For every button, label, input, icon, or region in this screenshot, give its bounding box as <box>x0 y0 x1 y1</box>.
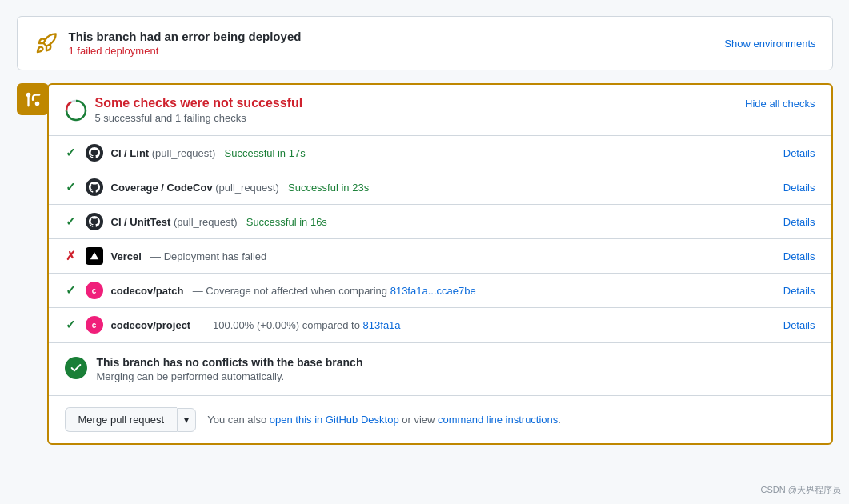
check-row-codecov-project: ✓ c codecov/project — 100.00% (+0.00%) c… <box>49 308 831 342</box>
deployment-banner: This branch had an error being deployed … <box>17 16 833 70</box>
check-vercel-name: Vercel <box>111 250 142 262</box>
no-conflict-title: This branch has no conflicts with the ba… <box>97 356 363 369</box>
check-row-unittest: ✓ CI / UnitTest (pull_request) Successfu… <box>49 205 831 239</box>
merge-dropdown-button[interactable]: ▾ <box>177 408 196 432</box>
vercel-icon <box>86 247 103 265</box>
check-coverage-status: Successful in 23s <box>282 182 369 194</box>
merge-section: Merge pull request ▾ You can also open t… <box>49 395 831 443</box>
check-unittest-text: CI / UnitTest (pull_request) Successful … <box>111 216 775 228</box>
checks-title: Some checks were not successful <box>95 96 303 110</box>
page-wrapper: This branch had an error being deployed … <box>17 16 833 445</box>
check-status-success-icon: ✓ <box>65 146 78 159</box>
merge-desc-before: You can also <box>207 414 270 426</box>
check-lint-subname: (pull_request) <box>149 147 215 159</box>
merge-desc-middle: or view <box>399 414 438 426</box>
github-svg-2 <box>89 182 100 193</box>
deployment-banner-left: This branch had an error being deployed … <box>34 30 302 57</box>
check-vercel-details[interactable]: Details <box>783 250 815 262</box>
check-vercel-text: Vercel — Deployment has failed <box>111 250 775 262</box>
merge-pull-request-button[interactable]: Merge pull request <box>65 407 178 432</box>
codecov-letter-2: c <box>92 321 97 330</box>
codecov-icon-project: c <box>86 316 103 334</box>
merge-dropdown-arrow: ▾ <box>184 414 189 426</box>
svg-point-1 <box>34 102 39 106</box>
github-icon-coverage <box>86 178 103 196</box>
no-conflict-section: This branch has no conflicts with the ba… <box>49 342 831 395</box>
check-unittest-status: Successful in 16s <box>240 216 326 228</box>
merge-description: You can also open this in GitHub Desktop… <box>207 414 561 426</box>
check-row-codecov-patch: ✓ c codecov/patch — Coverage not affecte… <box>49 274 831 308</box>
codecov-letter: c <box>92 286 97 295</box>
check-codecov-project-name: codecov/project <box>111 319 191 331</box>
check-unittest-subname: (pull_request) <box>170 216 237 228</box>
deployment-text: This branch had an error being deployed … <box>69 30 302 57</box>
check-vercel-status: — Deployment has failed <box>145 250 266 262</box>
merge-desc-after: . <box>558 414 561 426</box>
checks-subtitle: 5 successful and 1 failing checks <box>95 112 303 124</box>
check-codecov-patch-status: — Coverage not affected when comparing 8… <box>187 285 476 297</box>
deploy-rocket-icon <box>34 30 59 56</box>
check-coverage-subname: (pull_request) <box>213 182 279 194</box>
check-unittest-details[interactable]: Details <box>783 216 815 228</box>
check-coverage-text: Coverage / CodeCov (pull_request) Succes… <box>111 182 775 194</box>
check-lint-text: CI / Lint (pull_request) Successful in 1… <box>111 147 775 159</box>
no-conflict-text: This branch has no conflicts with the ba… <box>97 356 363 382</box>
check-unittest-name: CI / UnitTest <box>111 216 171 228</box>
check-lint-name: CI / Lint <box>111 147 150 159</box>
checks-header-left: Some checks were not successful 5 succes… <box>65 96 303 124</box>
check-codecov-patch-text: codecov/patch — Coverage not affected wh… <box>111 285 775 297</box>
check-coverage-name: Coverage / CodeCov <box>111 182 213 194</box>
checks-title-group: Some checks were not successful 5 succes… <box>95 96 303 124</box>
check-row-vercel: ✗ Vercel — Deployment has failed Details <box>49 239 831 274</box>
partial-status-icon <box>65 99 87 122</box>
checks-header: Some checks were not successful 5 succes… <box>49 85 831 136</box>
check-row-coverage: ✓ Coverage / CodeCov (pull_request) Succ… <box>49 170 831 205</box>
check-lint-status: Successful in 17s <box>218 147 305 159</box>
check-status-fail-icon: ✗ <box>65 250 78 262</box>
codecov-project-link[interactable]: 813fa1a <box>363 319 401 331</box>
deployment-title: This branch had an error being deployed <box>69 30 302 43</box>
check-codecov-project-status: — 100.00% (+0.00%) compared to 813fa1a <box>194 319 400 331</box>
check-coverage-details[interactable]: Details <box>783 182 815 194</box>
open-github-desktop-link[interactable]: open this in GitHub Desktop <box>270 414 399 426</box>
deployment-subtitle: 1 failed deployment <box>69 45 302 57</box>
github-icon-unittest <box>86 213 103 230</box>
check-row-lint: ✓ CI / Lint (pull_request) Successful in… <box>49 136 831 170</box>
git-merge-icon <box>17 83 49 115</box>
check-codecov-patch-name: codecov/patch <box>111 285 184 297</box>
github-svg-3 <box>89 216 100 227</box>
no-conflict-subtitle: Merging can be performed automatically. <box>97 370 363 382</box>
codecov-icon-patch: c <box>86 282 103 299</box>
rocket-svg <box>35 32 58 54</box>
check-lint-details[interactable]: Details <box>783 147 815 159</box>
vercel-svg <box>90 251 99 261</box>
show-environments-link[interactable]: Show environments <box>724 38 815 50</box>
check-status-success-icon-4: ✓ <box>65 284 78 297</box>
check-circle-svg <box>70 362 82 374</box>
check-codecov-patch-details[interactable]: Details <box>783 285 815 297</box>
hide-all-checks-link[interactable]: Hide all checks <box>745 98 815 110</box>
github-svg <box>89 147 100 158</box>
codecov-patch-link[interactable]: 813fa1a...ccae7be <box>390 285 476 297</box>
check-codecov-project-text: codecov/project — 100.00% (+0.00%) compa… <box>111 319 775 331</box>
github-icon-lint <box>86 144 103 162</box>
watermark: CSDN @天界程序员 <box>761 484 841 496</box>
success-circle-icon <box>65 357 87 379</box>
git-merge-svg <box>24 90 42 108</box>
command-line-link[interactable]: command line instructions <box>438 414 558 426</box>
check-status-success-icon-3: ✓ <box>65 215 78 228</box>
check-codecov-project-details[interactable]: Details <box>783 319 815 331</box>
check-status-success-icon-5: ✓ <box>65 318 78 331</box>
check-status-success-icon-2: ✓ <box>65 181 78 194</box>
checks-wrapper: Some checks were not successful 5 succes… <box>17 83 833 445</box>
partial-status-svg <box>65 99 87 122</box>
checks-panel: Some checks were not successful 5 succes… <box>47 83 833 445</box>
merge-button-group: Merge pull request ▾ <box>65 407 197 432</box>
